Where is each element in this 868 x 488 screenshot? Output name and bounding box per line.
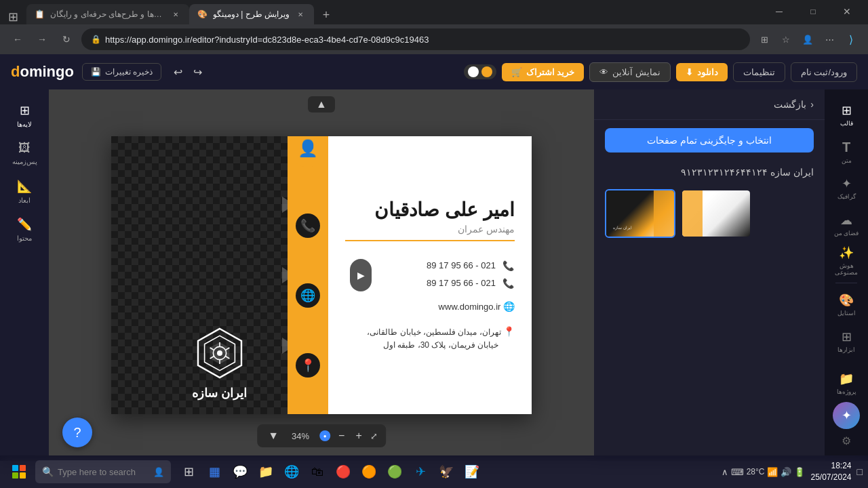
online-preview-button[interactable]: 👁 نمایش آنلاین [589,62,671,82]
select-all-pages-button[interactable]: انتخاب و جایگزینی تمام صفحات [605,128,814,152]
tool-layers[interactable]: ⊞ لایه‌ها [5,98,43,133]
battery-icon[interactable]: 🔋 [794,467,805,477]
zoom-out-button[interactable]: + [353,427,364,445]
extensions-icon[interactable]: ⊞ [755,30,773,48]
dark-mode-indicator [468,66,479,77]
url-text: https://app.domingo.ir/editor?industryId… [105,35,741,45]
tab-1[interactable]: 📋 قالب‌ها و طرح‌های حرفه‌ای و رایگان ✕ [26,4,189,24]
taskbar-app-red[interactable]: 🔴 [331,460,355,484]
zoom-dropdown-button[interactable]: ▼ [265,427,281,445]
taskbar-app-telegram[interactable]: ✈ [408,460,433,484]
zoom-indicator: ● [319,430,330,441]
tab-2[interactable]: 🎨 ویرایش طرح | دومینگو ✕ [189,4,314,24]
template-name-text: ایران سازه ۹۱۲۳۱۲۳۱۲۴۶۴۴۱۲۴ [681,167,814,178]
taskbar-app-chat[interactable]: 💬 [228,460,252,484]
forward-nav-button[interactable]: → [33,30,52,49]
rail-widgets[interactable]: ⊞ ابزارها [829,324,864,359]
close-button[interactable]: ✕ [831,1,863,22]
download-button[interactable]: ⬇ دانلود [676,63,728,81]
address-bar: ← → ↻ 🔒 https://app.domingo.ir/editor?in… [0,24,868,54]
hex-logo-svg [193,326,247,380]
tab-1-close[interactable]: ✕ [171,9,181,20]
help-button[interactable]: ? [62,418,92,447]
tool-background[interactable]: 🖼 پس‌زمینه [5,136,43,171]
taskbar-app-orange[interactable]: 🟠 [357,460,381,484]
tool-content[interactable]: ✏️ محتوا [5,211,43,247]
undo-button[interactable]: ↩ [170,63,186,81]
rail-cloud[interactable]: ☁ فضای من [829,207,864,242]
preview-image-2 [682,190,750,237]
address-line-2: خیابان فریمان، پلاک 30، طبقه اول [383,340,515,350]
maximize-button[interactable]: □ [797,1,829,22]
taskbar-app-eagle[interactable]: 🦅 [434,460,458,484]
svg-point-4 [217,350,222,356]
taskbar-pinned-apps: ⊞ ▦ 💬 📁 🌐 🛍 🔴 🟠 🟢 [176,460,484,484]
phone-icon-2: 📞 [501,278,515,289]
rail-ai[interactable]: ✨ هوش مصنوعی [829,243,864,279]
template-rail-icon: ⊞ [842,103,852,118]
template-preview-2[interactable] [681,189,751,238]
zoom-in-button[interactable]: − [336,427,347,445]
website-row: 🌐 www.domingo.ir [345,296,515,317]
start-button[interactable] [5,458,33,485]
rail-projects[interactable]: 📁 پروژه‌ها [829,365,864,401]
address-actions: ⊞ ☆ 👤 ⋯ ⟩ [755,30,860,48]
login-button[interactable]: ورود/ثبت نام [791,62,857,82]
taskbar-app-green[interactable]: 🟢 [382,460,407,484]
url-bar[interactable]: 🔒 https://app.domingo.ir/editor?industry… [81,28,750,50]
right-icon-rail: ⊞ قالب T متن ✦ گرافیک ☁ فضای من ✨ هوش [825,89,868,461]
profile-icon[interactable]: 👤 [799,30,816,48]
settings-rail-icon[interactable]: ⚙ [842,434,851,447]
rail-style[interactable]: 🎨 استایل [829,287,864,323]
theme-toggle[interactable] [464,64,496,79]
network-icon[interactable]: 📶 [767,467,778,477]
ai-circle-button[interactable]: ✦ [833,402,860,429]
save-button[interactable]: 💾 ذخیره تغییرات [82,63,161,81]
tool-dimensions[interactable]: 📐 ابعاد [5,174,43,209]
zoom-percentage: 34% [287,431,314,441]
speaker-icon[interactable]: 🔊 [781,467,791,477]
more-icon[interactable]: ⋯ [821,30,838,48]
widgets-rail-icon: ⊞ [842,329,852,344]
content-icon: ✏️ [17,217,32,232]
phone-number-2: 021 - 66 95 17 89 [427,278,496,288]
undo-redo-controls: ↩ ↪ [170,63,206,81]
edge-icon[interactable]: ⟩ [842,30,860,48]
rail-graphic[interactable]: ✦ گرافیک [829,171,864,206]
taskbar-app-word[interactable]: 📝 [460,460,484,484]
collapse-panel-button[interactable]: ▶ [350,259,372,291]
notification-button[interactable]: □ [857,466,863,477]
new-tab-button[interactable]: + [317,5,336,24]
address-row: 📍 تهران، میدان فلسطین، خیابان طالقانی، خ… [345,324,515,352]
rail-template[interactable]: ⊞ قالب [829,98,864,133]
search-placeholder: Type here to search [58,467,136,477]
taskbar-app-explorer[interactable]: 📁 [254,460,278,484]
taskbar-search[interactable]: 🔍 Type here to search 👤 [35,460,171,483]
template-preview-1[interactable]: ایران سازه [605,189,675,238]
start-icon [12,465,26,479]
taskbar-app-store[interactable]: 🛍 [305,460,330,484]
up-arrow-icon[interactable]: ∧ [722,467,728,477]
fit-screen-button[interactable]: ⤢ [370,431,378,441]
refresh-button[interactable]: ↻ [57,30,76,49]
canvas-area[interactable]: ▲ 👤 📞 [49,89,594,461]
taskbar-app-edge[interactable]: 🌐 [279,460,304,484]
star-icon[interactable]: ☆ [777,30,795,48]
back-nav-button[interactable]: ← [8,30,27,49]
phone-number-1: 021 - 66 95 17 89 [427,260,496,270]
back-button[interactable]: بازگشت › [774,99,814,110]
preview-image-1: ایران سازه [606,190,674,237]
redo-button[interactable]: ↪ [189,63,206,81]
system-clock[interactable]: 18:24 25/07/2024 [810,460,851,483]
settings-button[interactable]: تنظیمات [733,62,785,82]
taskbar-app-taskview[interactable]: ⊞ [176,460,201,484]
expand-up-button[interactable]: ▲ [308,96,335,113]
keyboard-icon[interactable]: ⌨ [731,467,744,477]
system-tray-icons: ∧ ⌨ 28°C 📶 🔊 🔋 [722,467,806,477]
minimize-button[interactable]: ─ [764,1,795,22]
tab-2-close[interactable]: ✕ [295,9,306,20]
rail-text[interactable]: T متن [829,134,864,169]
phone-icon-strip: 📞 [296,214,320,238]
subscribe-button[interactable]: 🛒 خرید اشتراک [502,63,585,81]
taskbar-app-widgets[interactable]: ▦ [202,460,226,484]
